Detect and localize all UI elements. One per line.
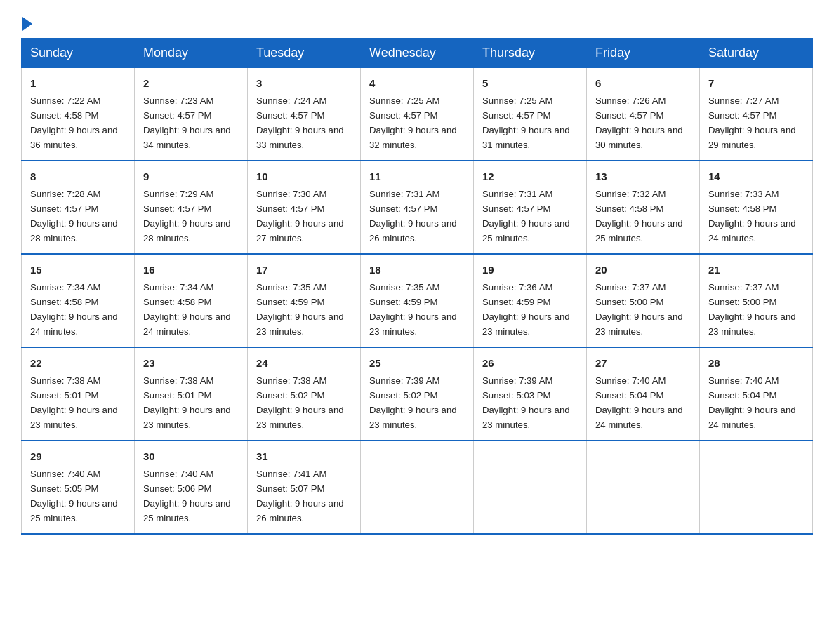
calendar-cell: 26 Sunrise: 7:39 AMSunset: 5:03 PMDaylig… [474,347,587,441]
day-number: 12 [482,168,578,185]
day-number: 31 [256,448,352,464]
weekday-header-sunday: Sunday [22,39,135,68]
day-info: Sunrise: 7:31 AMSunset: 4:57 PMDaylight:… [482,189,570,243]
day-number: 9 [143,168,239,185]
day-number: 13 [595,168,691,185]
calendar-cell: 2 Sunrise: 7:23 AMSunset: 4:57 PMDayligh… [135,68,248,161]
calendar-cell: 10 Sunrise: 7:30 AMSunset: 4:57 PMDaylig… [248,161,361,254]
day-info: Sunrise: 7:32 AMSunset: 4:58 PMDaylight:… [595,189,683,243]
calendar-cell [700,441,813,534]
day-info: Sunrise: 7:40 AMSunset: 5:04 PMDaylight:… [708,375,796,430]
day-number: 4 [369,75,465,91]
calendar-cell: 11 Sunrise: 7:31 AMSunset: 4:57 PMDaylig… [361,161,474,254]
day-info: Sunrise: 7:41 AMSunset: 5:07 PMDaylight:… [256,469,344,523]
day-info: Sunrise: 7:31 AMSunset: 4:57 PMDaylight:… [369,189,457,243]
weekday-header-row: SundayMondayTuesdayWednesdayThursdayFrid… [22,39,813,68]
calendar-week-row: 8 Sunrise: 7:28 AMSunset: 4:57 PMDayligh… [22,161,813,254]
day-number: 29 [30,448,126,464]
calendar-week-row: 29 Sunrise: 7:40 AMSunset: 5:05 PMDaylig… [22,441,813,534]
day-number: 18 [369,262,465,278]
day-info: Sunrise: 7:36 AMSunset: 4:59 PMDaylight:… [482,282,570,337]
day-number: 2 [143,75,239,91]
calendar-cell: 4 Sunrise: 7:25 AMSunset: 4:57 PMDayligh… [361,68,474,161]
day-info: Sunrise: 7:29 AMSunset: 4:57 PMDaylight:… [143,189,231,243]
day-number: 8 [30,168,126,185]
day-info: Sunrise: 7:38 AMSunset: 5:01 PMDaylight:… [143,375,231,430]
day-number: 26 [482,355,578,371]
day-number: 7 [708,75,804,91]
day-info: Sunrise: 7:33 AMSunset: 4:58 PMDaylight:… [708,189,796,243]
day-number: 30 [143,448,239,464]
day-number: 28 [708,355,804,371]
day-info: Sunrise: 7:22 AMSunset: 4:58 PMDaylight:… [30,95,118,150]
day-number: 14 [708,168,804,185]
day-number: 10 [256,168,352,185]
calendar-cell: 8 Sunrise: 7:28 AMSunset: 4:57 PMDayligh… [22,161,135,254]
calendar-cell: 25 Sunrise: 7:39 AMSunset: 5:02 PMDaylig… [361,347,474,441]
day-number: 25 [369,355,465,371]
day-number: 1 [30,75,126,91]
day-info: Sunrise: 7:37 AMSunset: 5:00 PMDaylight:… [595,282,683,337]
calendar-week-row: 22 Sunrise: 7:38 AMSunset: 5:01 PMDaylig… [22,347,813,441]
day-number: 20 [595,262,691,278]
day-number: 3 [256,75,352,91]
day-number: 5 [482,75,578,91]
day-number: 22 [30,355,126,371]
calendar-cell [361,441,474,534]
day-info: Sunrise: 7:38 AMSunset: 5:02 PMDaylight:… [256,375,344,430]
calendar-cell: 17 Sunrise: 7:35 AMSunset: 4:59 PMDaylig… [248,254,361,347]
day-info: Sunrise: 7:35 AMSunset: 4:59 PMDaylight:… [369,282,457,337]
calendar-cell: 14 Sunrise: 7:33 AMSunset: 4:58 PMDaylig… [700,161,813,254]
day-number: 24 [256,355,352,371]
calendar-cell: 5 Sunrise: 7:25 AMSunset: 4:57 PMDayligh… [474,68,587,161]
day-info: Sunrise: 7:25 AMSunset: 4:57 PMDaylight:… [369,95,457,150]
calendar-cell: 15 Sunrise: 7:34 AMSunset: 4:58 PMDaylig… [22,254,135,347]
day-info: Sunrise: 7:28 AMSunset: 4:57 PMDaylight:… [30,189,118,243]
day-number: 19 [482,262,578,278]
calendar-cell: 23 Sunrise: 7:38 AMSunset: 5:01 PMDaylig… [135,347,248,441]
day-number: 16 [143,262,239,278]
calendar-cell: 9 Sunrise: 7:29 AMSunset: 4:57 PMDayligh… [135,161,248,254]
day-info: Sunrise: 7:40 AMSunset: 5:04 PMDaylight:… [595,375,683,430]
weekday-header-thursday: Thursday [474,39,587,68]
page-header [21,14,813,31]
calendar-week-row: 15 Sunrise: 7:34 AMSunset: 4:58 PMDaylig… [22,254,813,347]
day-number: 6 [595,75,691,91]
day-number: 11 [369,168,465,185]
calendar-cell: 31 Sunrise: 7:41 AMSunset: 5:07 PMDaylig… [248,441,361,534]
calendar-cell [474,441,587,534]
calendar-cell: 12 Sunrise: 7:31 AMSunset: 4:57 PMDaylig… [474,161,587,254]
day-info: Sunrise: 7:27 AMSunset: 4:57 PMDaylight:… [708,95,796,150]
weekday-header-saturday: Saturday [700,39,813,68]
calendar-cell: 1 Sunrise: 7:22 AMSunset: 4:58 PMDayligh… [22,68,135,161]
calendar-cell: 27 Sunrise: 7:40 AMSunset: 5:04 PMDaylig… [587,347,700,441]
day-info: Sunrise: 7:25 AMSunset: 4:57 PMDaylight:… [482,95,570,150]
day-info: Sunrise: 7:23 AMSunset: 4:57 PMDaylight:… [143,95,231,150]
day-info: Sunrise: 7:26 AMSunset: 4:57 PMDaylight:… [595,95,683,150]
day-number: 15 [30,262,126,278]
calendar-cell: 7 Sunrise: 7:27 AMSunset: 4:57 PMDayligh… [700,68,813,161]
calendar-cell [587,441,700,534]
day-info: Sunrise: 7:40 AMSunset: 5:06 PMDaylight:… [143,469,231,523]
day-number: 27 [595,355,691,371]
day-info: Sunrise: 7:39 AMSunset: 5:02 PMDaylight:… [369,375,457,430]
calendar-cell: 24 Sunrise: 7:38 AMSunset: 5:02 PMDaylig… [248,347,361,441]
weekday-header-friday: Friday [587,39,700,68]
calendar-week-row: 1 Sunrise: 7:22 AMSunset: 4:58 PMDayligh… [22,68,813,161]
day-info: Sunrise: 7:38 AMSunset: 5:01 PMDaylight:… [30,375,118,430]
calendar-cell: 28 Sunrise: 7:40 AMSunset: 5:04 PMDaylig… [700,347,813,441]
day-info: Sunrise: 7:34 AMSunset: 4:58 PMDaylight:… [30,282,118,337]
calendar-table: SundayMondayTuesdayWednesdayThursdayFrid… [21,38,813,535]
day-info: Sunrise: 7:24 AMSunset: 4:57 PMDaylight:… [256,95,344,150]
calendar-cell: 22 Sunrise: 7:38 AMSunset: 5:01 PMDaylig… [22,347,135,441]
day-info: Sunrise: 7:40 AMSunset: 5:05 PMDaylight:… [30,469,118,523]
day-number: 23 [143,355,239,371]
day-number: 17 [256,262,352,278]
calendar-cell: 19 Sunrise: 7:36 AMSunset: 4:59 PMDaylig… [474,254,587,347]
calendar-cell: 18 Sunrise: 7:35 AMSunset: 4:59 PMDaylig… [361,254,474,347]
day-info: Sunrise: 7:35 AMSunset: 4:59 PMDaylight:… [256,282,344,337]
calendar-cell: 13 Sunrise: 7:32 AMSunset: 4:58 PMDaylig… [587,161,700,254]
day-info: Sunrise: 7:34 AMSunset: 4:58 PMDaylight:… [143,282,231,337]
calendar-cell: 21 Sunrise: 7:37 AMSunset: 5:00 PMDaylig… [700,254,813,347]
day-info: Sunrise: 7:30 AMSunset: 4:57 PMDaylight:… [256,189,344,243]
